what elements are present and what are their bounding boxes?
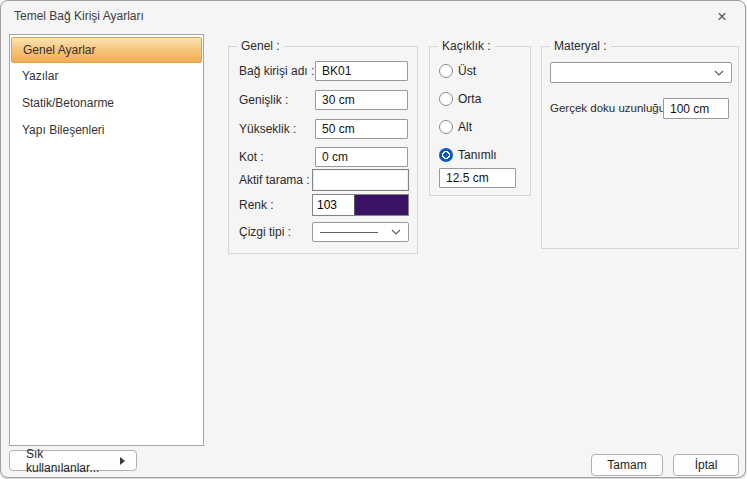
group-kacilik-title: Kaçıklık : [438, 39, 495, 53]
yukseklik-label: Yükseklik : [239, 119, 296, 139]
sidebar-item-label: Yazılar [22, 69, 58, 83]
material-dropdown[interactable] [550, 62, 732, 83]
line-type-dropdown[interactable] [312, 222, 409, 242]
sidebar-item-label: Genel Ayarlar [23, 43, 96, 57]
kot-input[interactable] [315, 147, 408, 167]
gercek-doku-uzunlugu-label: Gerçek doku uzunluğu : [550, 98, 671, 119]
group-materyal: Materyal : Gerçek doku uzunluğu : [541, 46, 739, 249]
kot-label: Kot : [239, 147, 264, 167]
group-genel-title: Genel : [237, 39, 284, 53]
radio-icon [439, 64, 453, 78]
radio-option-orta[interactable]: Orta [439, 91, 481, 107]
title-bar: Temel Bağ Kirişi Ayarları × [1, 1, 745, 31]
dialog-title: Temel Bağ Kirişi Ayarları [14, 1, 144, 31]
ok-button[interactable]: Tamam [591, 454, 663, 476]
close-button[interactable]: × [711, 6, 733, 28]
hatch-pattern-picker[interactable] [312, 169, 409, 191]
sidebar-item-statik-betonarme[interactable]: Statik/Betonarme [10, 90, 203, 117]
sidebar-item-yazilar[interactable]: Yazılar [10, 63, 203, 90]
bag-kirisi-adi-input[interactable] [315, 61, 408, 81]
aktif-tarama-label: Aktif tarama : [239, 169, 310, 191]
radio-icon [439, 120, 453, 134]
ok-button-label: Tamam [607, 458, 646, 472]
radio-option-tanimli[interactable]: Tanımlı [439, 147, 497, 163]
radio-option-alt[interactable]: Alt [439, 119, 472, 135]
group-materyal-title: Materyal : [550, 39, 611, 53]
gercek-doku-uzunlugu-input[interactable] [663, 98, 729, 119]
color-swatch[interactable] [355, 195, 408, 215]
color-picker [312, 194, 409, 216]
dialog-temel-bag-kirisi-ayarlari: Temel Bağ Kirişi Ayarları × Genel Ayarla… [0, 0, 746, 478]
radio-icon [439, 92, 453, 106]
close-icon: × [717, 7, 727, 26]
genislik-input[interactable] [315, 90, 408, 110]
kacilik-value-input[interactable] [439, 168, 516, 188]
favorites-button[interactable]: Sık kullanılanlar... [9, 450, 137, 471]
sidebar-item-label: Yapı Bileşenleri [22, 123, 105, 137]
chevron-down-icon [714, 70, 724, 76]
radio-checked-icon [439, 148, 453, 162]
sidebar-item-label: Statik/Betonarme [22, 96, 114, 110]
sidebar-item-genel-ayarlar[interactable]: Genel Ayarlar [11, 37, 202, 63]
group-kacilik: Kaçıklık : Üst Orta Alt Tanımlı [429, 46, 531, 196]
sidebar-item-yapi-bilesenleri[interactable]: Yapı Bileşenleri [10, 117, 203, 144]
settings-category-list: Genel Ayarlar Yazılar Statik/Betonarme Y… [9, 34, 204, 446]
genislik-label: Genişlik : [239, 90, 288, 110]
yukseklik-input[interactable] [315, 119, 408, 139]
arrow-right-icon [120, 457, 125, 465]
color-number-input[interactable] [313, 195, 355, 215]
radio-option-ust[interactable]: Üst [439, 63, 476, 79]
renk-label: Renk : [239, 194, 274, 216]
favorites-button-label: Sık kullanılanlar... [26, 447, 120, 475]
cancel-button[interactable]: İptal [673, 454, 739, 476]
cancel-button-label: İptal [695, 458, 718, 472]
cizgi-tipi-label: Çizgi tipi : [239, 222, 291, 242]
bag-kirisi-adi-label: Bağ kirişi adı : [239, 61, 314, 81]
group-genel: Genel : Bağ kirişi adı : Genişlik : Yüks… [228, 46, 418, 254]
chevron-down-icon [391, 229, 401, 235]
line-type-preview [320, 232, 378, 233]
